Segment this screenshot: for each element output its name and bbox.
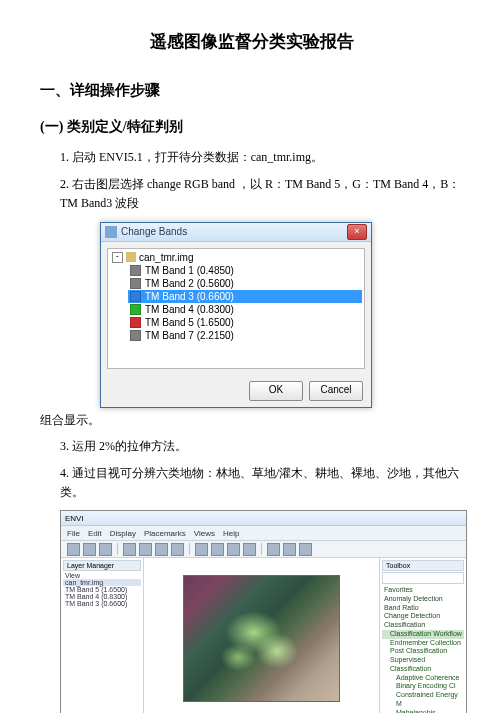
toolbar-select-icon[interactable] [155,543,168,556]
tree-root-item[interactable]: - can_tmr.img [110,251,362,264]
menu-item[interactable]: Help [223,529,239,538]
toolbar-separator [117,543,118,555]
toolbox-tree-item[interactable]: Supervised Classification [382,656,464,674]
satellite-image[interactable] [183,575,340,702]
toolbox-tree-item[interactable]: Post Classification [382,647,464,656]
envi-main-window: ENVI FileEditDisplayPlacemarksViewsHelp … [60,510,467,713]
toolbar-stretch-icon[interactable] [267,543,280,556]
tree-collapse-icon[interactable]: - [112,252,123,263]
bands-tree[interactable]: - can_tmr.img TM Band 1 (0.4850)TM Band … [107,248,365,369]
envi-titlebar[interactable]: ENVI [61,511,466,526]
band-item[interactable]: TM Band 5 (1.6500) [128,316,362,329]
layer-tree-item[interactable]: can_tmr.img [63,579,141,586]
layer-tree-item[interactable]: TM Band 5 (1.6500) [63,586,141,593]
toolbar-separator [189,543,190,555]
dialog-title: Change Bands [121,226,347,237]
toolbox-title: Toolbox [382,560,464,571]
layer-manager-title: Layer Manager [63,560,141,571]
step-3: 3. 运用 2%的拉伸方法。 [60,437,464,456]
band-item[interactable]: TM Band 2 (0.5600) [128,277,362,290]
ok-button[interactable]: OK [249,381,303,401]
toolbar-goto-icon[interactable] [299,543,312,556]
toolbox-tree-item[interactable]: Mahalanobis Distance [382,709,464,713]
toolbar-vector-icon[interactable] [227,543,240,556]
subsection-heading-1: (一) 类别定义/特征判别 [40,118,464,136]
dialog-titlebar[interactable]: Change Bands × [101,223,371,242]
layer-tree-item[interactable]: TM Band 3 (0.6600) [63,600,141,607]
band-item[interactable]: TM Band 4 (0.8300) [128,303,362,316]
cancel-button[interactable]: Cancel [309,381,363,401]
toolbar-zoom-icon[interactable] [139,543,152,556]
toolbar-separator [261,543,262,555]
toolbox-tree-item[interactable]: Endmember Collection [382,639,464,648]
toolbar-roi-icon[interactable] [243,543,256,556]
toolbar-crosshair-icon[interactable] [171,543,184,556]
toolbox-tree-item[interactable]: Binary Encoding Cl [382,682,464,691]
toolbox-tree-item[interactable]: Favorites [382,586,464,595]
band-label: TM Band 4 (0.8300) [145,304,234,315]
layer-tree-item[interactable]: TM Band 4 (0.8300) [63,593,141,600]
band-item[interactable]: TM Band 1 (0.4850) [128,264,362,277]
envi-toolbar[interactable] [61,541,466,558]
band-item[interactable]: TM Band 7 (2.2150) [128,329,362,342]
toolbar-text-icon[interactable] [211,543,224,556]
menu-item[interactable]: Edit [88,529,102,538]
toolbox-tree-item[interactable]: Classification Workflow [382,630,464,639]
image-viewport[interactable] [144,558,379,713]
toolbar-annot-icon[interactable] [195,543,208,556]
band-item[interactable]: TM Band 3 (0.6600) [128,290,362,303]
layer-manager-panel[interactable]: Layer Manager View can_tmr.img TM Band 5… [61,558,144,713]
band-swatch-icon [130,330,141,341]
band-label: TM Band 2 (0.5600) [145,278,234,289]
toolbox-search-input[interactable] [382,572,464,584]
toolbox-tree-item[interactable]: Change Detection [382,612,464,621]
toolbox-panel[interactable]: Toolbox FavoritesAnomaly DetectionBand R… [379,558,466,713]
band-label: TM Band 3 (0.6600) [145,291,234,302]
file-icon [126,252,136,262]
toolbox-tree-item[interactable]: Classification [382,621,464,630]
menu-item[interactable]: Views [194,529,215,538]
change-bands-dialog: Change Bands × - can_tmr.img TM Band 1 (… [100,222,372,408]
toolbar-open-icon[interactable] [67,543,80,556]
menu-item[interactable]: Display [110,529,136,538]
band-label: TM Band 1 (0.4850) [145,265,234,276]
toolbar-pan-icon[interactable] [123,543,136,556]
band-swatch-icon [130,291,141,302]
app-icon [105,226,117,238]
toolbox-tree-item[interactable]: Adaptive Coherence [382,674,464,683]
envi-title-text: ENVI [65,514,84,523]
envi-menubar[interactable]: FileEditDisplayPlacemarksViewsHelp [61,526,466,541]
toolbox-tree-item[interactable]: Constrained Energy M [382,691,464,709]
step-2-cont: 组合显示。 [40,412,464,429]
close-icon[interactable]: × [347,224,367,240]
step-1: 1. 启动 ENVI5.1，打开待分类数据：can_tmr.img。 [60,148,464,167]
band-swatch-icon [130,304,141,315]
menu-item[interactable]: File [67,529,80,538]
band-swatch-icon [130,265,141,276]
toolbar-save-icon[interactable] [83,543,96,556]
section-heading-1: 一、详细操作步骤 [40,81,464,100]
tree-root-label: can_tmr.img [139,252,193,263]
step-4: 4. 通过目视可分辨六类地物：林地、草地/灌木、耕地、裸地、沙地，其他六类。 [60,464,464,502]
page-title: 遥感图像监督分类实验报告 [40,30,464,53]
step-2: 2. 右击图层选择 change RGB band ，以 R：TM Band 5… [60,175,464,213]
band-swatch-icon [130,278,141,289]
band-label: TM Band 7 (2.2150) [145,330,234,341]
toolbar-cursor-icon[interactable] [283,543,296,556]
band-swatch-icon [130,317,141,328]
toolbox-tree-item[interactable]: Band Ratio [382,604,464,613]
toolbox-tree-item[interactable]: Anomaly Detection [382,595,464,604]
layer-tree-item[interactable]: View [63,572,141,579]
menu-item[interactable]: Placemarks [144,529,186,538]
band-label: TM Band 5 (1.6500) [145,317,234,328]
toolbar-data-icon[interactable] [99,543,112,556]
